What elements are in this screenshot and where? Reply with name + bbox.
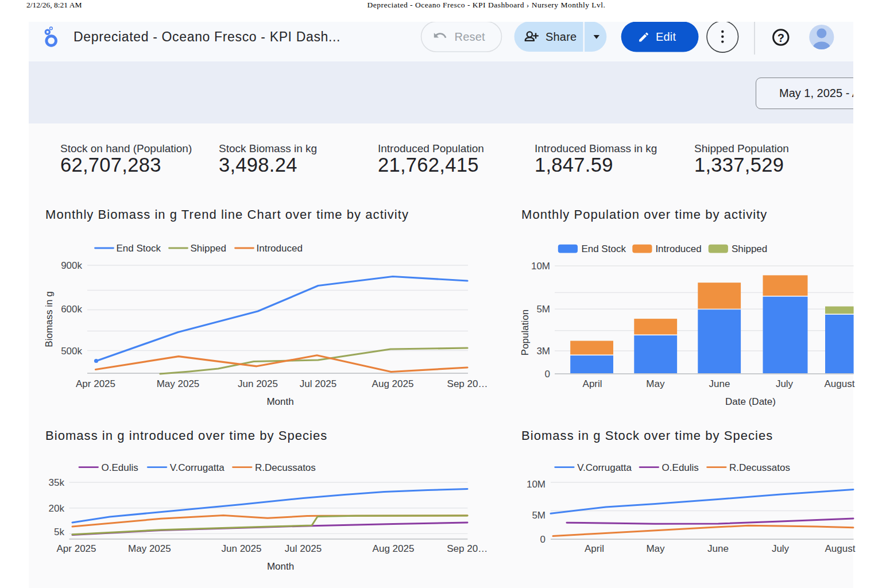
svg-text:Apr 2025: Apr 2025 <box>57 543 96 554</box>
svg-text:June: June <box>709 378 730 389</box>
svg-text:O.Edulis: O.Edulis <box>662 462 699 473</box>
svg-text:Introduced: Introduced <box>655 243 701 254</box>
svg-text:August: August <box>825 378 855 389</box>
svg-text:0: 0 <box>545 369 550 380</box>
svg-text:600k: 600k <box>61 304 82 315</box>
svg-text:Aug 2025: Aug 2025 <box>373 543 415 554</box>
svg-text:O.Edulis: O.Edulis <box>102 462 138 473</box>
svg-text:Biomass in g Stock over time b: Biomass in g Stock over time by Species <box>521 428 773 443</box>
svg-text:Monthly Biomass in g Trend lin: Monthly Biomass in g Trend line Chart ov… <box>45 207 409 222</box>
svg-text:Monthly Population over time b: Monthly Population over time by activity <box>521 207 767 222</box>
svg-text:500k: 500k <box>61 346 82 357</box>
svg-text:20k: 20k <box>49 503 65 514</box>
svg-text:Apr 2025: Apr 2025 <box>76 378 115 389</box>
svg-text:Share: Share <box>546 30 577 43</box>
svg-text:Jun 2025: Jun 2025 <box>238 378 278 389</box>
svg-text:August: August <box>825 543 856 554</box>
svg-text:900k: 900k <box>61 260 82 271</box>
svg-text:R.Decussatos: R.Decussatos <box>255 462 316 473</box>
svg-text:0: 0 <box>540 534 546 545</box>
svg-text:Population: Population <box>520 310 531 355</box>
svg-text:R.Decussatos: R.Decussatos <box>729 462 790 473</box>
svg-text:June: June <box>707 543 729 554</box>
svg-text:Biomass in g: Biomass in g <box>44 291 55 347</box>
svg-text:V.Corrugatta: V.Corrugatta <box>170 462 225 473</box>
svg-text:May 2025: May 2025 <box>157 378 200 389</box>
svg-text:Reset: Reset <box>455 30 485 43</box>
svg-text:Shipped: Shipped <box>732 243 767 254</box>
svg-text:Jun 2025: Jun 2025 <box>222 543 262 554</box>
svg-text:End Stock: End Stock <box>117 243 161 254</box>
svg-text:Sep 20…: Sep 20… <box>447 378 488 389</box>
svg-text:Jul 2025: Jul 2025 <box>285 543 322 554</box>
svg-text:Introduced: Introduced <box>257 243 303 254</box>
svg-text:5M: 5M <box>532 510 546 521</box>
svg-text:Month: Month <box>267 561 294 572</box>
svg-text:Edit: Edit <box>656 30 676 43</box>
svg-text:5k: 5k <box>54 527 64 537</box>
svg-text:Date (Date): Date (Date) <box>725 396 776 407</box>
svg-text:10M: 10M <box>527 479 546 490</box>
svg-text:Jul 2025: Jul 2025 <box>300 378 336 389</box>
svg-text:10M: 10M <box>531 261 550 272</box>
svg-text:?: ? <box>777 32 784 44</box>
svg-text:May: May <box>646 378 665 389</box>
svg-text:Month: Month <box>266 396 293 407</box>
svg-text:End Stock: End Stock <box>581 243 626 254</box>
svg-text:35k: 35k <box>49 477 65 488</box>
svg-text:April: April <box>583 378 602 389</box>
svg-text:3M: 3M <box>536 346 550 357</box>
svg-text:May: May <box>646 543 665 554</box>
svg-text:Aug 2025: Aug 2025 <box>372 378 414 389</box>
svg-text:Biomass in g introduced over t: Biomass in g introduced over time by Spe… <box>45 428 327 443</box>
svg-text:July: July <box>776 378 794 389</box>
svg-text:Depreciated - Oceano Fresco -: Depreciated - Oceano Fresco - KPI Dash..… <box>74 29 341 44</box>
svg-text:July: July <box>772 543 790 554</box>
svg-text:April: April <box>585 543 604 554</box>
svg-text:5M: 5M <box>536 304 550 315</box>
svg-text:Shipped: Shipped <box>191 243 226 254</box>
svg-text:Sep 20…: Sep 20… <box>447 543 488 554</box>
svg-text:V.Corrugatta: V.Corrugatta <box>577 462 632 473</box>
svg-text:May 2025: May 2025 <box>128 543 171 554</box>
